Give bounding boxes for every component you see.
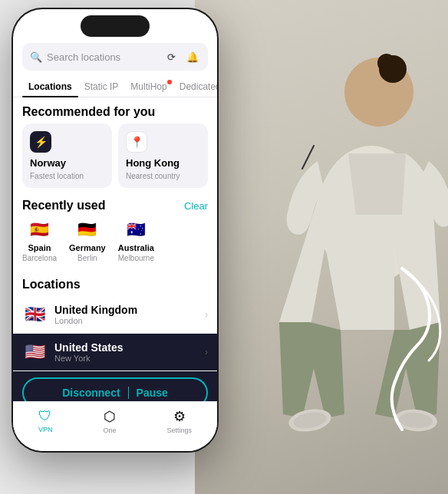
dynamic-island: [81, 15, 150, 37]
location-item-uk[interactable]: 🇬🇧 United Kingdom London ›: [13, 296, 217, 334]
rec-card-hongkong[interactable]: 📍 Hong Kong Nearest country: [118, 123, 208, 188]
us-country: United States: [54, 341, 197, 354]
bolt-icon: ⚡: [30, 131, 51, 153]
us-info: United States New York: [54, 341, 197, 363]
nav-settings[interactable]: ⚙ Settings: [166, 408, 192, 434]
screen-content: 🔍 Search locations ⟳ 🔔 Locations Static …: [13, 37, 217, 440]
recommended-heading: Recommended for you: [13, 97, 217, 123]
bottom-nav: 🛡 VPN ⬡ One ⚙ Settings: [13, 401, 217, 451]
tab-locations[interactable]: Locations: [22, 77, 78, 97]
vpn-label: VPN: [38, 426, 53, 433]
phone-frame: 🔍 Search locations ⟳ 🔔 Locations Static …: [12, 8, 219, 453]
search-actions: ⟳ 🔔: [163, 49, 200, 64]
rec-card-norway[interactable]: ⚡ Norway Fastest location: [22, 123, 112, 188]
recently-used-header: Recently used Clear: [13, 196, 217, 217]
rec-country-hongkong: Hong Kong: [126, 157, 200, 169]
us-city: New York: [54, 354, 197, 363]
spain-country: Spain: [28, 243, 51, 252]
nav-one[interactable]: ⬡ One: [103, 408, 116, 434]
rec-subtitle-hongkong: Nearest country: [126, 172, 200, 180]
pause-label: Pause: [137, 387, 168, 399]
scene: 🔍 Search locations ⟳ 🔔 Locations Static …: [0, 0, 448, 494]
spain-flag: 🇪🇸: [28, 217, 52, 242]
settings-icon: ⚙: [173, 408, 186, 425]
rec-country-norway: Norway: [30, 157, 104, 169]
disconnect-label: Disconnect: [62, 387, 120, 399]
btn-separator: [128, 387, 129, 399]
search-placeholder: Search locations: [47, 51, 159, 63]
germany-flag: 🇩🇪: [75, 217, 100, 242]
recently-used-title: Recently used: [22, 199, 105, 212]
recent-item-spain[interactable]: 🇪🇸 Spain Barcelona: [22, 217, 57, 262]
one-icon: ⬡: [104, 408, 116, 425]
phone-screen: 🔍 Search locations ⟳ 🔔 Locations Static …: [13, 9, 217, 451]
uk-flag: 🇬🇧: [22, 305, 47, 324]
tab-dedicated-ip[interactable]: Dedicated IP: [173, 77, 217, 97]
australia-flag: 🇦🇺: [124, 217, 148, 242]
recent-item-germany[interactable]: 🇩🇪 Germany Berlin: [69, 217, 106, 262]
pin-icon: 📍: [126, 131, 147, 153]
one-label: One: [103, 426, 116, 434]
australia-city: Melbourne: [118, 254, 154, 262]
multihop-dot: [167, 80, 172, 84]
us-chevron: ›: [205, 347, 208, 357]
rec-subtitle-norway: Fastest location: [30, 172, 104, 180]
uk-country: United Kingdom: [54, 304, 197, 316]
person-illustration: [203, 0, 448, 494]
recommended-row: ⚡ Norway Fastest location 📍 Hong Kong Ne…: [13, 123, 217, 196]
bell-icon[interactable]: 🔔: [185, 49, 200, 64]
search-bar[interactable]: 🔍 Search locations ⟳ 🔔: [22, 43, 208, 71]
spain-city: Barcelona: [22, 254, 57, 262]
uk-chevron: ›: [205, 309, 208, 320]
clear-button[interactable]: Clear: [184, 200, 208, 212]
vpn-icon: 🛡: [38, 408, 52, 424]
australia-country: Australia: [118, 243, 154, 252]
recent-item-australia[interactable]: 🇦🇺 Australia Melbourne: [118, 217, 154, 262]
search-icon: 🔍: [30, 51, 42, 63]
tab-bar: Locations Static IP MultiHop Dedicated I…: [13, 77, 217, 97]
recently-used-row: 🇪🇸 Spain Barcelona 🇩🇪 Germany Berlin 🇦🇺 …: [13, 217, 217, 270]
uk-info: United Kingdom London: [54, 304, 197, 325]
us-flag: 🇺🇸: [22, 342, 47, 362]
settings-label: Settings: [166, 426, 192, 434]
location-item-us[interactable]: 🇺🇸 United States New York ›: [13, 334, 217, 371]
svg-point-3: [377, 54, 396, 72]
nav-vpn[interactable]: 🛡 VPN: [38, 408, 53, 433]
locations-heading: Locations: [13, 270, 217, 296]
tab-multihop[interactable]: MultiHop: [124, 77, 173, 97]
germany-country: Germany: [69, 243, 106, 252]
tab-static-ip[interactable]: Static IP: [78, 77, 125, 97]
refresh-icon[interactable]: ⟳: [163, 49, 179, 64]
uk-city: London: [54, 316, 197, 325]
germany-city: Berlin: [77, 254, 97, 262]
